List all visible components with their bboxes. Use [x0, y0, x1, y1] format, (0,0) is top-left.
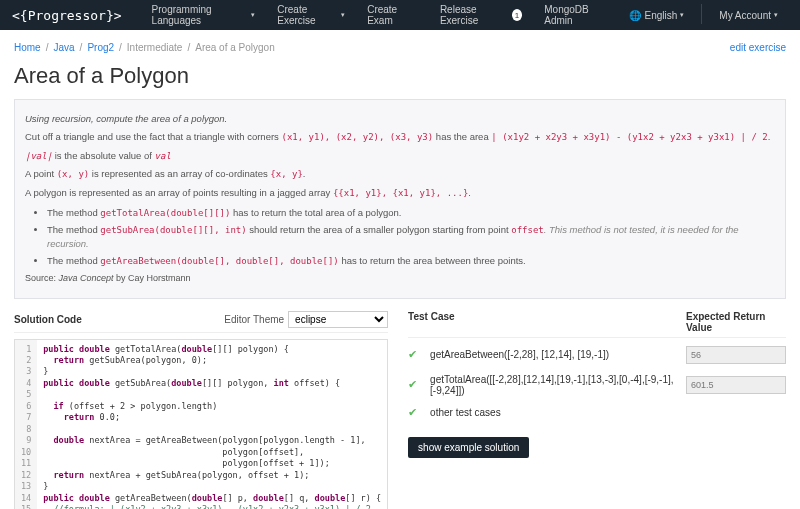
- testcase-row: ✔ getTotalArea([[-2,28],[12,14],[19,-1],…: [408, 374, 786, 396]
- code-editor[interactable]: 1234567891011121314151617181920 public d…: [14, 339, 388, 510]
- desc-formula: Cut off a triangle and use the fact that…: [25, 130, 775, 145]
- testcase-name: getAreaBetween([-2,28], [12,14], [19,-1]…: [430, 349, 686, 360]
- show-example-solution-button[interactable]: show example solution: [408, 437, 529, 458]
- code-area[interactable]: public double getTotalArea(double[][] po…: [37, 340, 387, 510]
- theme-label: Editor Theme: [224, 314, 284, 325]
- desc-method-1: The method getTotalArea(double[][]) has …: [47, 206, 775, 221]
- caret-icon: ▾: [774, 11, 778, 19]
- expected-value-input[interactable]: [686, 346, 786, 364]
- caret-icon: ▾: [251, 11, 255, 19]
- caret-icon: ▾: [680, 11, 684, 19]
- expected-label: Expected Return Value: [686, 311, 786, 333]
- check-icon: ✔: [408, 348, 422, 361]
- check-icon: ✔: [408, 378, 422, 391]
- nav-release-exercise[interactable]: Release Exercise1: [430, 0, 532, 32]
- desc-point: A point (x, y) is represented as an arra…: [25, 167, 775, 182]
- nav-my-account[interactable]: My Account▾: [709, 4, 788, 27]
- edit-exercise-link[interactable]: edit exercise: [730, 42, 786, 53]
- breadcrumb: Home/ Java/ Prog2/ Intermediate/ Area of…: [14, 38, 786, 57]
- desc-methods: The method getTotalArea(double[][]) has …: [47, 206, 775, 268]
- testcase-row: ✔ getAreaBetween([-2,28], [12,14], [19,-…: [408, 346, 786, 364]
- caret-icon: ▾: [341, 11, 345, 19]
- testcase-header: Test Case Expected Return Value: [408, 311, 786, 338]
- desc-source: Source: Java Concept by Cay Horstmann: [25, 272, 775, 286]
- desc-method-2: The method getSubArea(double[][], int) s…: [47, 223, 775, 252]
- solution-header: Solution Code Editor Theme eclipse: [14, 311, 388, 333]
- two-column-layout: Solution Code Editor Theme eclipse 12345…: [14, 311, 786, 510]
- crumb-home[interactable]: Home: [14, 42, 41, 53]
- testcase-label: Test Case: [408, 311, 686, 333]
- brand[interactable]: <{Progressor}>: [12, 8, 122, 23]
- desc-polygon: A polygon is represented as an array of …: [25, 186, 775, 201]
- testcase-column: Test Case Expected Return Value ✔ getAre…: [408, 311, 786, 510]
- testcase-other: other test cases: [430, 407, 786, 418]
- nav-left: Programming Languages▾ Create Exercise▾ …: [142, 0, 620, 32]
- solution-column: Solution Code Editor Theme eclipse 12345…: [14, 311, 388, 510]
- solution-label: Solution Code: [14, 314, 224, 325]
- theme-select[interactable]: eclipse: [288, 311, 388, 328]
- crumb-level: Intermediate: [127, 42, 183, 53]
- page-container: Home/ Java/ Prog2/ Intermediate/ Area of…: [0, 30, 800, 509]
- divider: [701, 4, 702, 24]
- gutter: 1234567891011121314151617181920: [15, 340, 37, 510]
- testcase-name: getTotalArea([[-2,28],[12,14],[19,-1],[1…: [430, 374, 686, 396]
- crumb-java[interactable]: Java: [53, 42, 74, 53]
- nav-right: 🌐English▾ My Account▾: [619, 4, 788, 27]
- expected-value-input[interactable]: [686, 376, 786, 394]
- badge: 1: [512, 9, 522, 21]
- desc-abs: |val| is the absolute value of val: [25, 149, 775, 164]
- nav-create-exam[interactable]: Create Exam: [357, 0, 428, 32]
- crumb-title: Area of a Polygon: [195, 42, 275, 53]
- crumb-prog2[interactable]: Prog2: [87, 42, 114, 53]
- nav-mongodb-admin[interactable]: MongoDB Admin: [534, 0, 619, 32]
- navbar: <{Progressor}> Programming Languages▾ Cr…: [0, 0, 800, 30]
- nav-programming-languages[interactable]: Programming Languages▾: [142, 0, 266, 32]
- nav-language[interactable]: 🌐English▾: [619, 4, 694, 27]
- page-title: Area of a Polygon: [14, 63, 786, 89]
- check-icon: ✔: [408, 406, 422, 419]
- nav-create-exercise[interactable]: Create Exercise▾: [267, 0, 355, 32]
- testcase-row: ✔ other test cases: [408, 406, 786, 419]
- desc-method-3: The method getAreaBetween(double[], doub…: [47, 254, 775, 269]
- globe-icon: 🌐: [629, 10, 641, 21]
- desc-intro: Using recursion, compute the area of a p…: [25, 113, 227, 124]
- description-box: Using recursion, compute the area of a p…: [14, 99, 786, 299]
